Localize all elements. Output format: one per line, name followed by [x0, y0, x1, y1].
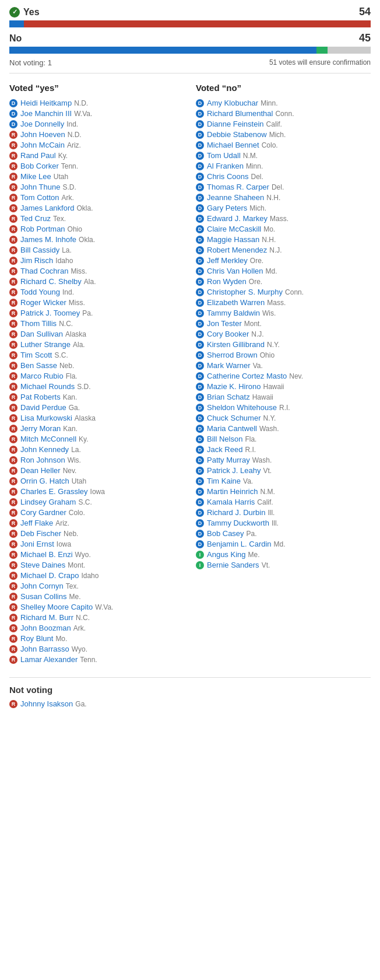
- senator-name[interactable]: Martin Heinrich: [207, 487, 258, 496]
- senator-name[interactable]: Heidi Heitkamp: [20, 99, 72, 107]
- senator-name[interactable]: Jeff Merkley: [207, 256, 248, 265]
- senator-name[interactable]: Christopher S. Murphy: [207, 288, 283, 296]
- senator-name[interactable]: Tim Scott: [20, 351, 52, 359]
- senator-name[interactable]: Susan Collins: [20, 592, 67, 601]
- senator-name[interactable]: John Cornyn: [20, 582, 64, 590]
- senator-name[interactable]: John Barrasso: [20, 645, 69, 653]
- senator-name[interactable]: John Kennedy: [20, 445, 69, 454]
- senator-name[interactable]: Tammy Duckworth: [207, 519, 269, 527]
- senator-name[interactable]: Kirsten Gillibrand: [207, 340, 265, 349]
- senator-name[interactable]: Todd Young: [20, 288, 60, 296]
- senator-name[interactable]: David Perdue: [20, 403, 66, 412]
- senator-name[interactable]: John McCain: [20, 141, 65, 149]
- senator-name[interactable]: Kamala Harris: [207, 498, 255, 506]
- senator-name[interactable]: Tim Kaine: [207, 477, 241, 485]
- senator-name[interactable]: Dan Sullivan: [20, 330, 63, 338]
- senator-name[interactable]: John Thune: [20, 183, 60, 191]
- senator-name[interactable]: Marco Rubio: [20, 372, 64, 380]
- senator-name[interactable]: Jeff Flake: [20, 519, 53, 527]
- senator-name[interactable]: Charles E. Grassley: [20, 487, 88, 496]
- senator-name[interactable]: Richard M. Burr: [20, 613, 73, 622]
- senator-name[interactable]: Pat Roberts: [20, 393, 61, 401]
- senator-name[interactable]: Michael Bennet: [207, 141, 259, 149]
- senator-name[interactable]: Chris Coons: [207, 172, 249, 181]
- senator-name[interactable]: Lisa Murkowski: [20, 414, 72, 422]
- senator-name[interactable]: Claire McCaskill: [207, 225, 261, 233]
- senator-name[interactable]: Dianne Feinstein: [207, 120, 264, 128]
- senator-name[interactable]: Rand Paul: [20, 151, 56, 160]
- senator-name[interactable]: Tom Udall: [207, 151, 241, 160]
- senator-name[interactable]: Jack Reed: [207, 445, 242, 454]
- senator-name[interactable]: Chuck Schumer: [207, 414, 261, 422]
- senator-name[interactable]: Sheldon Whitehouse: [207, 403, 277, 412]
- senator-name[interactable]: Jeanne Shaheen: [207, 193, 264, 202]
- senator-name[interactable]: Maria Cantwell: [207, 424, 257, 433]
- senator-name[interactable]: Ted Cruz: [20, 214, 51, 223]
- senator-name[interactable]: Bernie Sanders: [207, 561, 259, 569]
- senator-name[interactable]: Patrick J. Leahy: [207, 466, 261, 475]
- senator-name[interactable]: Johnny Isakson: [20, 699, 73, 708]
- senator-name[interactable]: John Boozman: [20, 624, 71, 632]
- senator-name[interactable]: Benjamin L. Cardin: [207, 540, 272, 548]
- senator-name[interactable]: Luther Strange: [20, 340, 71, 349]
- senator-name[interactable]: Cory Booker: [207, 330, 249, 338]
- senator-name[interactable]: Jon Tester: [207, 319, 242, 328]
- senator-name[interactable]: Elizabeth Warren: [207, 298, 265, 307]
- senator-name[interactable]: Robert Menendez: [207, 246, 267, 254]
- senator-name[interactable]: Tammy Baldwin: [207, 309, 260, 317]
- senator-name[interactable]: Amy Klobuchar: [207, 99, 258, 107]
- senator-name[interactable]: Lamar Alexander: [20, 655, 78, 664]
- senator-name[interactable]: Gary Peters: [207, 204, 247, 212]
- senator-name[interactable]: Angus King: [207, 550, 246, 559]
- senator-name[interactable]: Bob Corker: [20, 162, 59, 170]
- senator-name[interactable]: Shelley Moore Capito: [20, 603, 93, 611]
- senator-name[interactable]: Chris Van Hollen: [207, 267, 263, 275]
- senator-name[interactable]: Bill Cassidy: [20, 246, 59, 254]
- senator-name[interactable]: Brian Schatz: [207, 393, 250, 401]
- senator-name[interactable]: Michael Rounds: [20, 382, 75, 391]
- senator-name[interactable]: Patrick J. Toomey: [20, 309, 80, 317]
- senator-name[interactable]: Joni Ernst: [20, 540, 54, 548]
- senator-name[interactable]: Lindsey Graham: [20, 498, 76, 506]
- senator-name[interactable]: Mitch McConnell: [20, 435, 76, 443]
- senator-name[interactable]: Rob Portman: [20, 225, 65, 233]
- senator-name[interactable]: Cory Gardner: [20, 508, 66, 517]
- senator-name[interactable]: Jim Risch: [20, 256, 53, 265]
- senator-name[interactable]: Catherine Cortez Masto: [207, 372, 287, 380]
- senator-name[interactable]: Sherrod Brown: [207, 351, 258, 359]
- senator-name[interactable]: Deb Fischer: [20, 529, 61, 538]
- senator-name[interactable]: Tom Cotton: [20, 193, 59, 202]
- senator-name[interactable]: Jerry Moran: [20, 424, 61, 433]
- senator-name[interactable]: Steve Daines: [20, 561, 65, 569]
- senator-name[interactable]: James M. Inhofe: [20, 235, 76, 244]
- senator-name[interactable]: Joe Manchin III: [20, 109, 72, 118]
- senator-name[interactable]: Mike Lee: [20, 172, 51, 181]
- senator-name[interactable]: Joe Donnelly: [20, 120, 64, 128]
- senator-name[interactable]: Richard Blumenthal: [207, 109, 273, 118]
- senator-name[interactable]: Patty Murray: [207, 456, 250, 464]
- senator-name[interactable]: Richard C. Shelby: [20, 277, 82, 286]
- senator-name[interactable]: Thomas R. Carper: [207, 183, 269, 191]
- senator-name[interactable]: Ron Johnson: [20, 456, 65, 464]
- senator-name[interactable]: John Hoeven: [20, 130, 65, 139]
- senator-name[interactable]: Michael B. Enzi: [20, 550, 73, 559]
- senator-name[interactable]: James Lankford: [20, 204, 75, 212]
- senator-name[interactable]: Richard J. Durbin: [207, 508, 265, 517]
- senator-name[interactable]: Ben Sasse: [20, 361, 57, 370]
- senator-name[interactable]: Edward J. Markey: [207, 214, 268, 223]
- senator-name[interactable]: Dean Heller: [20, 466, 61, 475]
- senator-name[interactable]: Maggie Hassan: [207, 235, 259, 244]
- senator-name[interactable]: Mark Warner: [207, 361, 251, 370]
- senator-name[interactable]: Thad Cochran: [20, 267, 68, 275]
- senator-name[interactable]: Bob Casey: [207, 529, 244, 538]
- senator-name[interactable]: Mazie K. Hirono: [207, 382, 261, 391]
- senator-name[interactable]: Bill Nelson: [207, 435, 242, 443]
- senator-name[interactable]: Ron Wyden: [207, 277, 247, 286]
- senator-name[interactable]: Debbie Stabenow: [207, 130, 267, 139]
- senator-name[interactable]: Orrin G. Hatch: [20, 477, 69, 485]
- senator-name[interactable]: Al Franken: [207, 162, 244, 170]
- senator-name[interactable]: Thom Tillis: [20, 319, 57, 328]
- senator-name[interactable]: Roger Wicker: [20, 298, 66, 307]
- senator-name[interactable]: Roy Blunt: [20, 634, 53, 643]
- senator-name[interactable]: Michael D. Crapo: [20, 571, 79, 580]
